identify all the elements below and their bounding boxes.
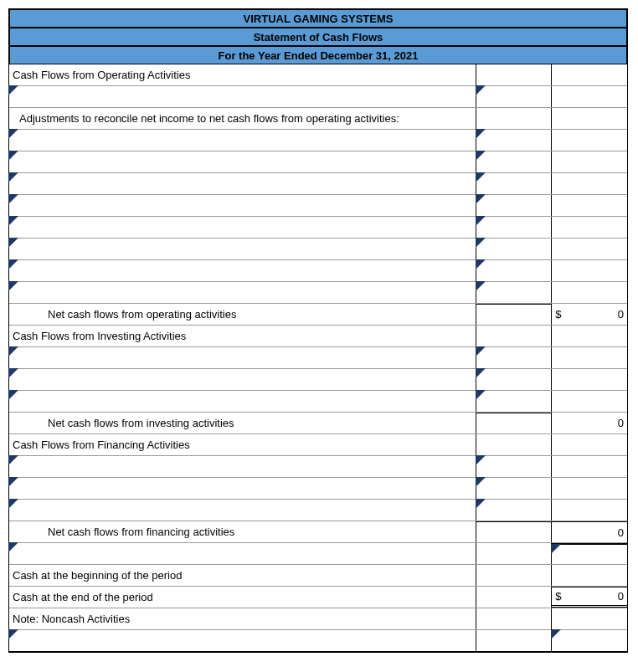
dropdown-cell[interactable]: [9, 391, 476, 412]
dropdown-icon: [8, 390, 18, 400]
cell-val1[interactable]: [476, 434, 552, 455]
dropdown-cell[interactable]: [9, 456, 476, 477]
cell-val1[interactable]: [476, 173, 552, 194]
cell-val2[interactable]: [552, 391, 627, 412]
cell-val2[interactable]: [552, 260, 627, 281]
dropdown-icon: [8, 238, 18, 248]
dropdown-icon: [476, 346, 486, 357]
dropdown-cell[interactable]: [9, 369, 476, 390]
value-text: 0: [618, 417, 624, 429]
row-adjustment-input: [9, 217, 627, 239]
cell-val2[interactable]: [552, 130, 627, 151]
row-dropdown: [9, 86, 627, 108]
label-operating-header: Cash Flows from Operating Activities: [9, 64, 476, 85]
dropdown-icon: [8, 499, 18, 509]
cell-val1[interactable]: [476, 369, 552, 390]
cell-val2[interactable]: [552, 64, 627, 85]
dropdown-cell[interactable]: [9, 151, 476, 172]
cell-val2[interactable]: [552, 500, 627, 521]
cell-val1[interactable]: [476, 565, 552, 586]
dropdown-cell[interactable]: [9, 347, 476, 368]
cell-val2[interactable]: [552, 543, 627, 564]
dropdown-icon: [476, 281, 486, 291]
label-net-financing: Net cash flows from financing activities: [9, 521, 476, 542]
cell-net-financing-value[interactable]: 0: [552, 521, 627, 542]
dropdown-cell[interactable]: [9, 173, 476, 194]
cell-val1[interactable]: [476, 608, 552, 629]
cell-val2[interactable]: [552, 195, 627, 216]
dropdown-icon: [8, 477, 18, 487]
dropdown-icon: [476, 151, 486, 161]
cell-val1[interactable]: [476, 86, 552, 107]
cell-val1[interactable]: [476, 456, 552, 477]
cell-val1[interactable]: [476, 217, 552, 238]
cell-val1[interactable]: [476, 64, 552, 85]
dropdown-cell[interactable]: [9, 239, 476, 259]
cell-val2[interactable]: [552, 217, 627, 238]
row-financing-input: [9, 478, 627, 500]
row-adjustment-input: [9, 282, 627, 304]
cell-net-operating-value[interactable]: $ 0: [552, 304, 627, 325]
cell-val1[interactable]: [476, 587, 552, 608]
cell-val2[interactable]: [552, 326, 627, 346]
dropdown-cell[interactable]: [9, 543, 476, 564]
cell-val2[interactable]: [552, 282, 627, 303]
header-period: For the Year Ended December 31, 2021: [9, 46, 627, 64]
cell-val2[interactable]: [552, 478, 627, 499]
dropdown-cell[interactable]: [9, 195, 476, 216]
cell-val1[interactable]: [476, 151, 552, 172]
cell-val1[interactable]: [476, 347, 552, 368]
row-adjustments-note: Adjustments to reconcile net income to n…: [9, 108, 627, 130]
dropdown-icon: [8, 194, 18, 204]
cell-val2[interactable]: [552, 239, 627, 259]
cell-val2[interactable]: [552, 151, 627, 172]
cell-cash-end-value[interactable]: $ 0: [552, 587, 627, 608]
cell-val1[interactable]: [476, 500, 552, 521]
cell-val1[interactable]: [476, 521, 552, 542]
cell-val1[interactable]: [476, 282, 552, 303]
dropdown-cell[interactable]: [9, 500, 476, 521]
cell-val2[interactable]: [552, 369, 627, 390]
cell-val1[interactable]: [476, 130, 552, 151]
cell-val1[interactable]: [476, 260, 552, 281]
dropdown-cell[interactable]: [9, 86, 476, 107]
cell-val1[interactable]: [476, 543, 552, 564]
row-net-change: [9, 543, 627, 565]
dropdown-cell[interactable]: [9, 630, 476, 651]
cell-val1[interactable]: [476, 630, 552, 651]
dropdown-icon: [476, 85, 486, 95]
cell-val2[interactable]: [552, 434, 627, 455]
dropdown-cell[interactable]: [9, 130, 476, 151]
row-investing-input: [9, 347, 627, 369]
dollar-sign: $: [555, 590, 561, 603]
dropdown-cell[interactable]: [9, 478, 476, 499]
cell-val1[interactable]: [476, 239, 552, 259]
cell-val1[interactable]: [476, 304, 552, 325]
cell-val1[interactable]: [476, 108, 552, 129]
cell-val2[interactable]: [552, 108, 627, 129]
dollar-sign: $: [555, 308, 561, 321]
cell-val2[interactable]: [552, 608, 627, 629]
dropdown-icon: [476, 259, 486, 269]
cell-val2[interactable]: [552, 347, 627, 368]
dropdown-icon: [8, 542, 18, 552]
dropdown-cell[interactable]: [9, 282, 476, 303]
row-net-investing: Net cash flows from investing activities…: [9, 413, 627, 434]
cell-val2[interactable]: [552, 456, 627, 477]
cell-val2[interactable]: [552, 630, 627, 651]
cell-net-investing-value[interactable]: 0: [552, 413, 627, 433]
cell-val2[interactable]: [552, 86, 627, 107]
cell-val1[interactable]: [476, 391, 552, 412]
cell-cash-begin-value[interactable]: [552, 565, 627, 586]
cell-val1[interactable]: [476, 326, 552, 346]
cell-val2[interactable]: [552, 173, 627, 194]
cell-val1[interactable]: [476, 195, 552, 216]
cell-val1[interactable]: [476, 413, 552, 433]
row-investing-input: [9, 391, 627, 413]
dropdown-icon: [476, 172, 486, 182]
row-adjustment-input: [9, 239, 627, 260]
cell-val1[interactable]: [476, 478, 552, 499]
dropdown-cell[interactable]: [9, 217, 476, 238]
dropdown-cell[interactable]: [9, 260, 476, 281]
row-operating-header: Cash Flows from Operating Activities: [9, 64, 627, 86]
